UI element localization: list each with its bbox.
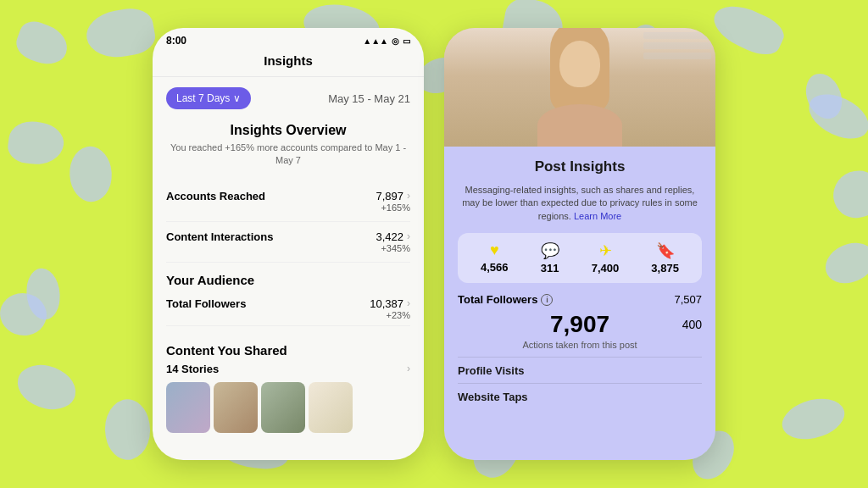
filter-button[interactable]: Last 7 Days ∨ [166, 87, 251, 109]
pi-stat-bookmarks[interactable]: 🔖 3,875 [651, 241, 679, 274]
pi-website-taps: Website Taps [458, 391, 528, 403]
bg-decor [643, 32, 711, 100]
audience-followers-num: 10,387 [370, 297, 403, 310]
wifi-icon: ◎ [392, 36, 399, 46]
metric-content-interactions[interactable]: Content Interactions 3,422 › +345% [166, 222, 410, 263]
status-bar: 8:00 ▲▲▲ ◎ ▭ [153, 28, 424, 50]
audience-section-title: Your Audience [166, 263, 410, 292]
pi-side-value: 400 [682, 318, 702, 331]
pi-followers-section: Total Followers i 7,507 7,907 400 Action… [458, 293, 702, 350]
time: 8:00 [166, 35, 186, 47]
phone-left: 8:00 ▲▲▲ ◎ ▭ Insights Last 7 Days ∨ May … [153, 28, 424, 460]
pi-stat-comments[interactable]: 💬 311 [541, 241, 559, 274]
post-insights-content: Post Insights Messaging-related insights… [444, 147, 715, 460]
story-thumbnails [166, 382, 410, 433]
pi-likes-value: 4,566 [481, 261, 509, 274]
share-icon: ✈ [592, 241, 620, 260]
big-number-section: 7,907 400 [458, 311, 702, 338]
stories-chevron: › [407, 363, 410, 374]
overview-desc: You reached +165% more accounts compared… [166, 141, 410, 168]
pi-link-website[interactable]: Website Taps [458, 383, 702, 409]
heart-icon: ♥ [481, 241, 509, 259]
followers-label-text: Total Followers [458, 293, 537, 306]
insights-overview: Insights Overview You reached +165% more… [166, 123, 410, 168]
post-insights-panel: Post Insights Messaging-related insights… [444, 28, 715, 460]
pi-actions-label: Actions taken from this post [458, 340, 702, 350]
metric-accounts-reached[interactable]: Accounts Reached 7,897 › +165% [166, 181, 410, 222]
metric-num-accounts: 7,897 [376, 190, 403, 202]
content-wrapper: 8:00 ▲▲▲ ◎ ▭ Insights Last 7 Days ∨ May … [0, 0, 868, 488]
audience-followers-value: 10,387 › +23% [370, 297, 410, 320]
metric-change-interactions: +345% [376, 243, 410, 253]
audience-followers-row[interactable]: Total Followers 10,387 › +23% [166, 292, 410, 326]
metric-label-interactions: Content Interactions [166, 230, 273, 243]
pi-followers-label: Total Followers i [458, 293, 553, 306]
comment-icon: 💬 [541, 241, 559, 260]
pi-title: Post Insights [458, 158, 702, 175]
battery-icon: ▭ [403, 36, 410, 46]
pi-notice: Messaging-related insights, such as shar… [458, 184, 702, 223]
pi-big-number: 7,907 [458, 311, 702, 338]
story-thumb-3[interactable] [261, 382, 305, 433]
metric-value-interactions: 3,422 › +345% [376, 230, 410, 253]
pi-followers-row: Total Followers i 7,507 [458, 293, 702, 306]
audience-followers-label: Total Followers [166, 297, 246, 310]
info-icon[interactable]: i [541, 294, 553, 306]
signal-icon: ▲▲▲ [363, 36, 388, 46]
story-thumb-2[interactable] [214, 382, 258, 433]
metric-change-accounts: +165% [376, 202, 410, 213]
pi-bookmarks-value: 3,875 [651, 262, 679, 274]
story-thumb-4[interactable] [309, 382, 353, 433]
bookmark-icon: 🔖 [651, 241, 679, 260]
date-range: May 15 - May 21 [328, 92, 410, 105]
pi-stats-row: ♥ 4,566 💬 311 ✈ 7,400 🔖 3,875 [458, 233, 702, 283]
post-photo [444, 28, 715, 147]
audience-followers-change: +23% [370, 310, 410, 320]
pi-comments-value: 311 [541, 262, 559, 274]
header-title: Insights [264, 53, 313, 68]
insights-header: Insights [153, 50, 424, 77]
pi-profile-visits: Profile Visits [458, 364, 525, 377]
pi-shares-value: 7,400 [592, 262, 620, 274]
overview-title: Insights Overview [166, 123, 410, 138]
pi-learn-more-link[interactable]: Learn More [574, 211, 621, 221]
shoulders-shape [537, 104, 622, 147]
pi-stat-likes[interactable]: ♥ 4,566 [481, 241, 509, 274]
story-thumb-1[interactable] [166, 382, 210, 433]
face-shape [559, 41, 600, 87]
stories-row[interactable]: 14 Stories › [166, 363, 410, 375]
metric-num-interactions: 3,422 [376, 230, 403, 243]
content-section-title: Content You Shared [166, 333, 410, 363]
stories-label: 14 Stories [166, 363, 219, 375]
content-shared-section: Content You Shared 14 Stories › [166, 326, 410, 433]
chevron-interactions: › [407, 230, 410, 242]
pi-followers-val: 7,507 [674, 293, 702, 306]
pi-stat-shares[interactable]: ✈ 7,400 [592, 241, 620, 274]
status-icons: ▲▲▲ ◎ ▭ [363, 36, 410, 46]
chevron-followers: › [407, 297, 410, 309]
filter-row: Last 7 Days ∨ May 15 - May 21 [166, 87, 410, 109]
phone-content: Last 7 Days ∨ May 15 - May 21 Insights O… [153, 77, 424, 443]
chevron-accounts: › [407, 190, 410, 202]
metric-label-accounts: Accounts Reached [166, 190, 265, 202]
filter-label: Last 7 Days ∨ [176, 92, 241, 104]
metric-value-accounts: 7,897 › +165% [376, 190, 410, 213]
pi-link-profile[interactable]: Profile Visits [458, 357, 702, 383]
